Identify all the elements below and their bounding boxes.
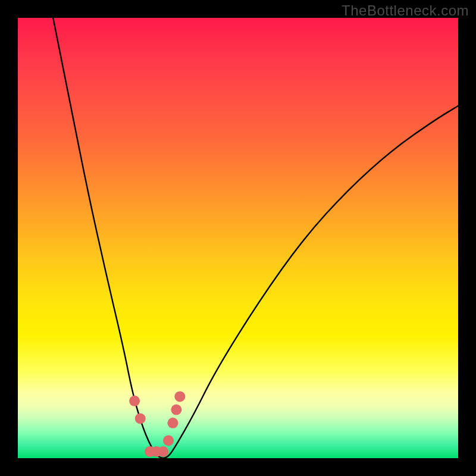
chart-frame: TheBottleneck.com: [0, 0, 476, 476]
marker-dot: [174, 391, 185, 402]
bottleneck-curve: [53, 18, 458, 458]
curve-layer: [18, 18, 458, 458]
optimal-range-markers: [129, 391, 185, 457]
plot-area: [18, 18, 458, 458]
marker-dot: [163, 435, 174, 446]
marker-dot: [158, 446, 168, 457]
marker-dot: [167, 418, 178, 428]
watermark-text: TheBottleneck.com: [342, 2, 469, 19]
marker-dot: [129, 396, 140, 406]
marker-dot: [135, 413, 146, 424]
marker-dot: [171, 405, 181, 415]
